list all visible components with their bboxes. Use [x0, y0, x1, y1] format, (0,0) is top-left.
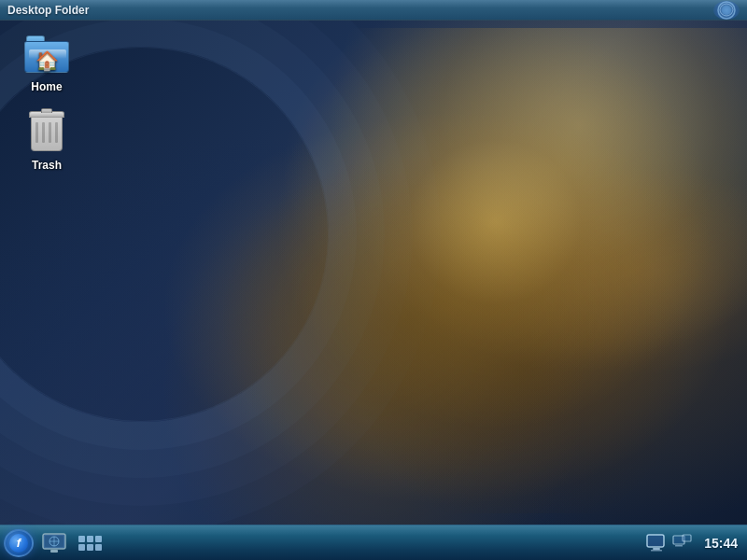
svg-rect-11 — [651, 550, 662, 552]
grid-cell-3 — [95, 536, 102, 542]
home-icon-label: Home — [31, 80, 62, 93]
trash-line-4 — [55, 122, 58, 143]
start-button[interactable]: f — [4, 529, 34, 557]
menubar: Desktop Folder — [0, 0, 747, 21]
applications-grid-icon — [78, 536, 102, 551]
trash-line-1 — [35, 122, 38, 143]
svg-rect-7 — [50, 550, 58, 553]
taskbar-network-button[interactable] — [37, 529, 71, 557]
tray-display-icon[interactable] — [646, 533, 667, 553]
trash-icon[interactable]: Trash — [9, 106, 84, 175]
desktop: Desktop Folder 🏠 — [0, 0, 747, 560]
home-folder-icon[interactable]: 🏠 Home — [9, 28, 84, 97]
taskbar: f — [0, 525, 747, 560]
network-tray-icon — [672, 534, 693, 553]
trash-icon-label: Trash — [32, 159, 62, 172]
trash-line-3 — [49, 122, 51, 143]
network-monitor-icon — [41, 532, 67, 554]
tray-network-icon[interactable] — [672, 533, 693, 553]
grid-cell-2 — [87, 536, 93, 542]
trash-lines — [35, 122, 58, 143]
trash-graphic — [29, 111, 64, 154]
corner-menu-icon[interactable] — [708, 0, 745, 21]
taskbar-right: 15:44 — [646, 533, 743, 553]
desktop-icons-container: 🏠 Home — [9, 28, 84, 175]
trash-lid-handle — [41, 108, 52, 113]
svg-rect-14 — [675, 545, 683, 547]
grid-cell-6 — [95, 544, 102, 551]
svg-rect-16 — [684, 536, 690, 540]
taskbar-applications-button[interactable] — [75, 529, 106, 557]
grid-cell-1 — [78, 536, 85, 542]
trash-line-2 — [42, 122, 45, 143]
swirl-decoration-icon — [713, 1, 740, 20]
start-button-inner: f — [9, 534, 28, 553]
svg-point-1 — [722, 6, 731, 15]
home-folder-graphic: 🏠 — [24, 35, 69, 73]
svg-rect-9 — [648, 536, 663, 546]
home-icon-image: 🏠 — [24, 32, 69, 77]
trash-lid — [29, 111, 64, 118]
folder-body: 🏠 — [24, 41, 69, 73]
fedora-logo-icon: f — [17, 537, 21, 549]
trash-body — [31, 118, 63, 151]
grid-cell-5 — [87, 544, 93, 551]
taskbar-left: f — [4, 529, 646, 557]
house-icon: 🏠 — [35, 49, 59, 72]
display-settings-icon — [646, 534, 667, 553]
menubar-title: Desktop Folder — [7, 4, 89, 17]
wallpaper-overlay — [187, 28, 747, 513]
grid-cell-4 — [78, 544, 85, 551]
trash-icon-image — [24, 110, 69, 155]
system-clock[interactable]: 15:44 — [698, 536, 743, 551]
svg-rect-10 — [653, 548, 660, 550]
